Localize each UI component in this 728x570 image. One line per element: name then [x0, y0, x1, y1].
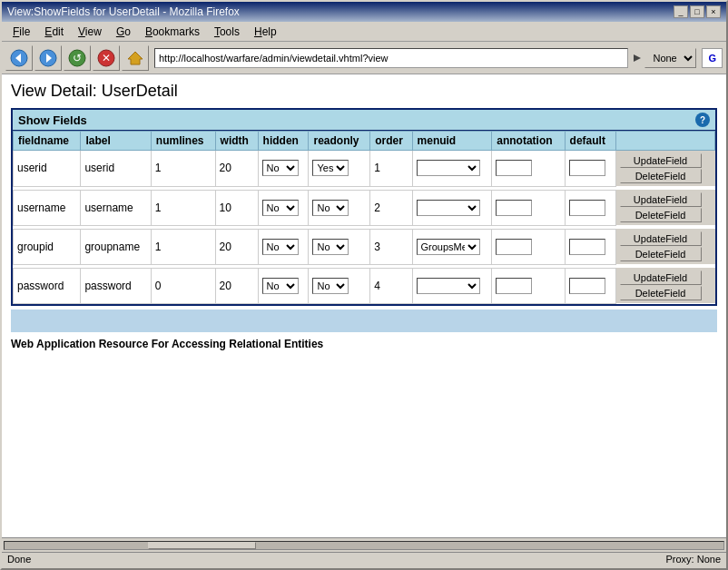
default-input[interactable]	[569, 239, 605, 255]
col-fieldname: fieldname	[14, 132, 81, 151]
cell-order: 1	[370, 151, 412, 187]
default-input[interactable]	[569, 278, 605, 294]
menu-bar: File Edit View Go Bookmarks Tools Help	[2, 22, 726, 42]
none-dropdown[interactable]: None	[644, 48, 696, 68]
home-button[interactable]	[122, 45, 149, 71]
cell-numlines: 1	[151, 190, 215, 225]
cell-default	[565, 151, 615, 187]
cell-label: password	[81, 268, 151, 303]
cell-menuid: GroupsMe	[412, 268, 492, 303]
col-order: order	[370, 132, 412, 151]
google-button[interactable]: G	[702, 48, 723, 68]
cell-readonly: NoYes	[309, 229, 370, 264]
readonly-select[interactable]: NoYes	[312, 278, 349, 294]
default-input[interactable]	[569, 160, 605, 176]
delete-field-button[interactable]: DeleteField	[620, 247, 702, 261]
col-default: default	[565, 132, 615, 151]
menu-go[interactable]: Go	[109, 24, 138, 40]
annotation-input[interactable]	[496, 278, 532, 294]
hidden-select[interactable]: NoYes	[262, 278, 299, 294]
hidden-select[interactable]: NoYes	[262, 200, 299, 216]
delete-field-button[interactable]: DeleteField	[620, 208, 702, 222]
table-row: username username 1 10 NoYes NoYes 2 Gro…	[14, 190, 715, 225]
scrollbar-track[interactable]	[4, 541, 724, 550]
cell-default	[565, 268, 615, 303]
svg-text:↺: ↺	[73, 52, 82, 64]
update-field-button[interactable]: UpdateField	[620, 231, 702, 246]
cell-width: 20	[215, 268, 258, 303]
readonly-select[interactable]: NoYes	[312, 200, 349, 216]
menu-file[interactable]: File	[5, 24, 37, 40]
cell-width: 20	[215, 151, 258, 187]
svg-marker-9	[634, 54, 641, 62]
cell-order: 3	[370, 229, 412, 264]
status-bar: Done Proxy: None	[2, 552, 726, 568]
cell-numlines: 0	[151, 268, 215, 303]
cell-menuid: GroupsMe	[412, 190, 492, 225]
cell-fieldname: password	[14, 268, 81, 303]
close-button[interactable]: ×	[706, 5, 721, 18]
cell-label: username	[81, 190, 151, 225]
reload-button[interactable]: ↺	[64, 45, 91, 71]
cell-hidden: NoYes	[258, 229, 309, 264]
horizontal-scrollbar[interactable]	[2, 537, 726, 552]
update-field-button[interactable]: UpdateField	[620, 270, 702, 285]
help-icon[interactable]: ?	[695, 113, 710, 127]
stop-button[interactable]: ✕	[93, 45, 120, 71]
menu-edit[interactable]: Edit	[37, 24, 71, 40]
col-numlines: numlines	[151, 132, 215, 151]
footer-tagline-area: Web Application Resource For Accessing R…	[11, 332, 717, 356]
cell-readonly: NoYes	[309, 151, 370, 187]
update-field-button[interactable]: UpdateField	[620, 192, 702, 207]
menu-view[interactable]: View	[71, 24, 109, 40]
hidden-select[interactable]: NoYes	[262, 160, 299, 176]
cell-annotation	[492, 190, 565, 225]
address-bar: None	[154, 48, 696, 68]
cell-actions: UpdateField DeleteField	[615, 268, 715, 303]
cell-width: 10	[215, 190, 258, 225]
forward-button[interactable]	[34, 45, 62, 71]
default-input[interactable]	[569, 200, 605, 216]
cell-default	[565, 190, 615, 225]
menuid-select[interactable]: GroupsMe	[417, 278, 480, 294]
menu-bookmarks[interactable]: Bookmarks	[138, 24, 207, 40]
col-readonly: readonly	[309, 132, 370, 151]
col-label: label	[81, 132, 151, 151]
footer-tagline: Web Application Resource For Accessing R…	[11, 338, 323, 350]
menuid-select[interactable]: GroupsMe	[417, 160, 480, 176]
cell-fieldname: username	[14, 190, 81, 225]
show-fields-header: Show Fields ?	[13, 110, 715, 131]
delete-field-button[interactable]: DeleteField	[620, 286, 702, 300]
cell-actions: UpdateField DeleteField	[615, 229, 715, 264]
annotation-input[interactable]	[496, 160, 532, 176]
col-width: width	[215, 132, 258, 151]
address-input[interactable]	[154, 48, 628, 68]
annotation-input[interactable]	[496, 200, 532, 216]
col-hidden: hidden	[258, 132, 309, 151]
menuid-select[interactable]: GroupsMe	[417, 239, 480, 255]
toolbar: ↺ ✕ None G	[2, 42, 726, 74]
cell-width: 20	[215, 229, 258, 264]
menu-help[interactable]: Help	[247, 24, 284, 40]
status-right: Proxy: None	[665, 554, 721, 567]
readonly-select[interactable]: NoYes	[312, 160, 349, 176]
readonly-select[interactable]: NoYes	[312, 239, 349, 255]
menuid-select[interactable]: GroupsMe	[417, 200, 480, 216]
menu-tools[interactable]: Tools	[207, 24, 247, 40]
scrollbar-thumb[interactable]	[148, 542, 256, 549]
delete-field-button[interactable]: DeleteField	[620, 169, 702, 183]
hidden-select[interactable]: NoYes	[262, 239, 299, 255]
update-field-button[interactable]: UpdateField	[620, 153, 702, 168]
svg-text:✕: ✕	[102, 52, 111, 64]
col-menuid: menuid	[412, 132, 492, 151]
cell-label: userid	[81, 151, 151, 187]
cell-numlines: 1	[151, 229, 215, 264]
table-row: groupid groupname 1 20 NoYes NoYes 3 Gro…	[14, 229, 715, 264]
cell-hidden: NoYes	[258, 190, 309, 225]
table-row: userid userid 1 20 NoYes NoYes 1 GroupsM…	[14, 151, 715, 187]
cell-default	[565, 229, 615, 264]
back-button[interactable]	[5, 45, 33, 71]
annotation-input[interactable]	[496, 239, 532, 255]
maximize-button[interactable]: □	[690, 5, 704, 18]
minimize-button[interactable]: _	[674, 5, 688, 18]
